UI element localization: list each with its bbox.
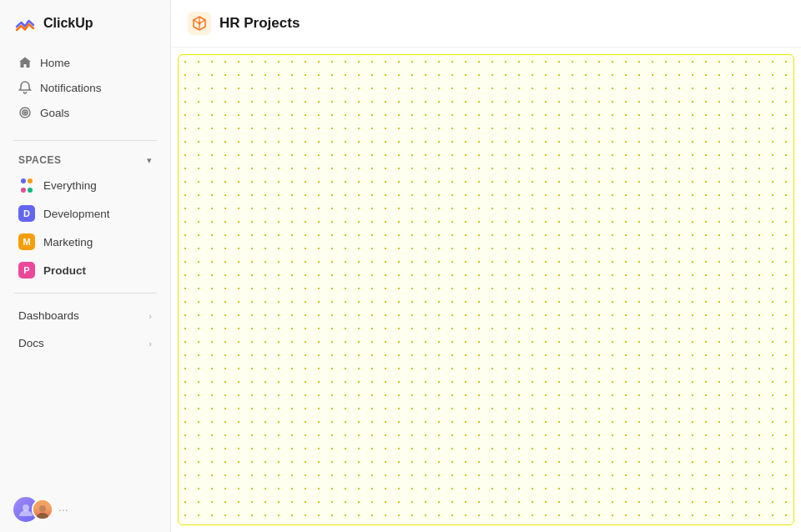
- development-label: Development: [43, 208, 110, 220]
- target-icon: [18, 106, 32, 119]
- svg-point-4: [39, 505, 46, 512]
- avatar-inner: [32, 499, 53, 520]
- everything-label: Everything: [43, 179, 97, 192]
- sidebar-item-home[interactable]: Home: [5, 50, 165, 75]
- sidebar-item-product[interactable]: P Product: [5, 256, 165, 284]
- everything-icon: [18, 177, 35, 193]
- main-dotted-canvas[interactable]: [178, 54, 794, 525]
- main-header: HR Projects: [171, 0, 801, 48]
- sidebar-item-docs[interactable]: Docs ›: [5, 329, 165, 357]
- bell-icon: [18, 81, 32, 94]
- product-badge: P: [18, 262, 35, 279]
- svg-point-3: [23, 504, 29, 511]
- spaces-header[interactable]: Spaces ▾: [5, 149, 165, 171]
- svg-point-2: [24, 112, 26, 113]
- svg-point-7: [199, 23, 201, 25]
- divider-2: [13, 293, 157, 294]
- marketing-label: Marketing: [43, 236, 93, 248]
- user-avatar-area[interactable]: ···: [13, 497, 68, 522]
- sidebar-footer: ···: [0, 487, 170, 532]
- spaces-chevron-icon: ▾: [147, 155, 152, 166]
- main-content: HR Projects: [171, 0, 801, 532]
- docs-chevron-icon: ›: [149, 339, 152, 349]
- sidebar-logo[interactable]: ClickUp: [0, 0, 170, 43]
- sidebar-item-marketing[interactable]: M Marketing: [5, 228, 165, 256]
- dashboards-chevron-icon: ›: [149, 311, 152, 321]
- page-title: HR Projects: [219, 15, 300, 32]
- sidebar-item-notifications[interactable]: Notifications: [5, 75, 165, 100]
- home-icon: [18, 56, 32, 69]
- goals-label: Goals: [40, 107, 69, 119]
- home-label: Home: [40, 57, 70, 69]
- svg-point-5: [37, 513, 48, 519]
- marketing-badge: M: [18, 233, 35, 250]
- sidebar-item-development[interactable]: D Development: [5, 199, 165, 228]
- avatar-face: [33, 500, 52, 519]
- sidebar-item-everything[interactable]: Everything: [5, 171, 165, 199]
- sidebar-item-goals[interactable]: Goals: [5, 100, 165, 125]
- notifications-label: Notifications: [40, 82, 102, 94]
- product-label: Product: [43, 264, 86, 277]
- sidebar: ClickUp Home Notifications Goals: [0, 0, 171, 532]
- logo-text: ClickUp: [43, 16, 93, 31]
- divider-1: [13, 140, 157, 141]
- sidebar-item-dashboards[interactable]: Dashboards ›: [5, 302, 165, 329]
- docs-label: Docs: [18, 337, 44, 349]
- hr-projects-icon: [188, 12, 211, 35]
- sidebar-navigation: Home Notifications Goals: [0, 43, 170, 132]
- spaces-label: Spaces: [18, 154, 61, 166]
- clickup-logo-icon: [13, 12, 37, 35]
- development-badge: D: [18, 205, 35, 222]
- footer-menu-dots: ···: [58, 503, 68, 516]
- dashboards-label: Dashboards: [18, 309, 79, 322]
